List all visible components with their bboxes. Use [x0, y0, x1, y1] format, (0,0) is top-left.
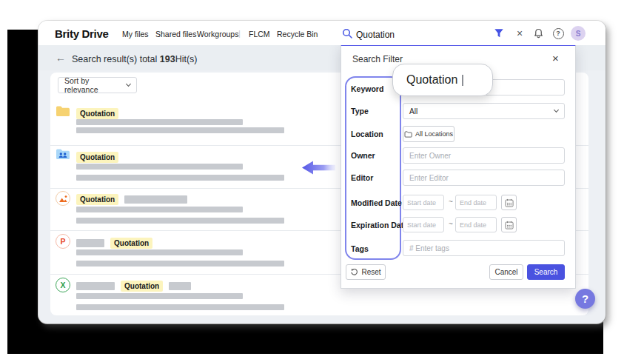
sort-dropdown[interactable]: Sort by relevance: [58, 77, 137, 93]
image-file-icon: [56, 191, 70, 206]
avatar[interactable]: S: [571, 26, 586, 41]
reset-icon: [350, 268, 358, 276]
result-row[interactable]: Quotation: [76, 193, 187, 205]
nav-my-files[interactable]: My files: [122, 30, 149, 38]
app-window: Sort by relevance Quotation Quotation: [38, 21, 606, 324]
result-row[interactable]: Quotation: [76, 237, 152, 249]
placeholder-text-bar: [76, 127, 284, 133]
nav-workgroups[interactable]: Workgroups: [197, 30, 238, 38]
modified-calendar-button[interactable]: [501, 195, 517, 210]
search-input[interactable]: Quotation: [356, 30, 395, 40]
owner-input[interactable]: [403, 147, 565, 164]
result-row[interactable]: Quotation: [76, 280, 191, 292]
bell-icon[interactable]: [532, 27, 544, 39]
ppt-file-icon: P: [56, 234, 70, 249]
result-title-highlight: Quotation: [110, 238, 152, 249]
label-type: Type: [351, 107, 369, 115]
text-cursor-icon: [462, 75, 463, 86]
tags-input[interactable]: [403, 240, 565, 256]
shared-folder-icon: [56, 148, 70, 163]
result-title-highlight: Quotation: [121, 281, 163, 292]
label-tags: Tags: [351, 244, 369, 253]
excel-file-icon: X: [56, 278, 70, 292]
result-title-highlight: Quotation: [76, 194, 118, 205]
help-fab-button[interactable]: ?: [575, 289, 595, 309]
sort-label: Sort by relevance: [64, 76, 122, 94]
placeholder-text-bar: [76, 119, 243, 125]
label-modified-date: Modified Date: [351, 198, 402, 207]
result-title-highlight: Quotation: [76, 152, 118, 163]
label-owner: Owner: [351, 151, 375, 160]
app-header: Brity Drive My files Shared files Workgr…: [38, 21, 606, 45]
filter-labels-outline: [345, 76, 401, 260]
close-search-icon[interactable]: ×: [514, 27, 526, 39]
hit-count: 193: [160, 54, 175, 64]
nav-flcm[interactable]: FLCM: [249, 30, 270, 38]
placeholder-text-bar: [76, 175, 284, 181]
editor-input[interactable]: [403, 170, 565, 186]
cancel-button[interactable]: Cancel: [489, 264, 523, 280]
reset-button[interactable]: Reset: [346, 264, 386, 280]
expiration-start-date-input[interactable]: [403, 217, 444, 232]
type-select[interactable]: All: [403, 103, 565, 119]
filter-panel-title: Search Filter: [352, 54, 403, 64]
calendar-icon: [505, 198, 514, 207]
nav-recycle-bin[interactable]: Recycle Bin: [277, 30, 318, 38]
search-icon: [342, 28, 352, 41]
label-editor: Editor: [351, 173, 373, 182]
callout-text: Quotation: [406, 73, 457, 87]
app-logo: Brity Drive: [55, 27, 109, 40]
folder-icon: [56, 105, 70, 120]
placeholder-text-bar: [76, 249, 243, 255]
filter-close-icon[interactable]: ×: [552, 52, 559, 64]
placeholder-text-bar: [76, 261, 284, 267]
expiration-calendar-button[interactable]: [501, 217, 517, 232]
placeholder-chip: [76, 282, 115, 290]
calendar-icon: [505, 221, 514, 229]
placeholder-text-bar: [76, 207, 243, 212]
keyword-zoom-callout: Quotation: [392, 64, 493, 96]
placeholder-text-bar: [76, 293, 243, 299]
page: Sort by relevance Quotation Quotation: [0, 0, 644, 362]
label-expiration-date: Expiration Date: [351, 221, 408, 229]
result-row[interactable]: Quotation: [76, 151, 118, 163]
label-location: Location: [351, 130, 383, 138]
nav-separator: |: [238, 29, 241, 38]
label-keyword: Keyword: [351, 84, 383, 93]
chevron-down-icon: [126, 81, 131, 87]
filter-icon[interactable]: [493, 27, 505, 39]
placeholder-text-bar: [76, 164, 243, 170]
date-range-tilde: ~: [449, 198, 453, 206]
placeholder-text-bar: [76, 218, 284, 224]
result-row[interactable]: Quotation: [76, 107, 118, 119]
modified-start-date-input[interactable]: [403, 195, 444, 210]
date-range-tilde: ~: [449, 220, 453, 228]
placeholder-chip: [169, 282, 191, 290]
placeholder-text-bar: [76, 304, 284, 310]
annotation-left-arrow-icon: [302, 160, 336, 178]
search-button[interactable]: Search: [527, 264, 565, 280]
help-icon[interactable]: ?: [552, 27, 564, 39]
nav-shared-files[interactable]: Shared files: [155, 30, 196, 38]
placeholder-chip: [124, 195, 187, 204]
result-title-highlight: Quotation: [76, 108, 118, 119]
back-arrow-icon[interactable]: ←: [56, 52, 66, 64]
expiration-end-date-input[interactable]: [455, 217, 497, 232]
modified-end-date-input[interactable]: [455, 195, 497, 210]
results-count-text: Search result(s) total 193Hit(s): [72, 54, 198, 64]
chevron-down-icon: [554, 107, 559, 113]
placeholder-chip: [76, 239, 104, 247]
folder-outline-icon: [404, 131, 412, 138]
location-button[interactable]: All Locations: [403, 126, 455, 142]
